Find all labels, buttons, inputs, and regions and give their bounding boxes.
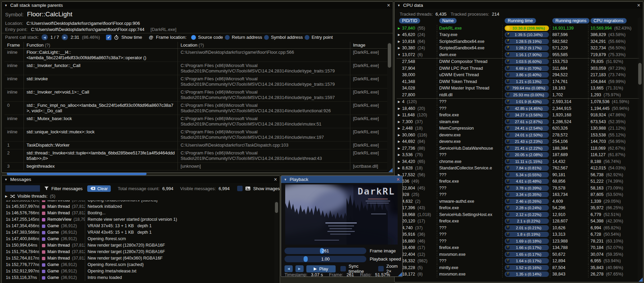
filter-input[interactable]: [5, 185, 40, 192]
expand-icon[interactable]: ▶: [397, 153, 401, 156]
pid-cell[interactable]: 41,348: [397, 78, 437, 85]
next-frame-button[interactable]: ▶: [295, 265, 304, 272]
pid-cell[interactable]: 27,548: [397, 59, 437, 65]
cpu-row[interactable]: ▶ 30,060 (116) devenv.exe 24.01 s (2.50%…: [397, 132, 639, 138]
cpu-row[interactable]: ▶ 45,620 (24) Tracy.exe 1:39.5 (10.34%) …: [397, 32, 639, 38]
col-frame[interactable]: Frame: [4, 42, 24, 48]
function-cell[interactable]: std::_Func_impl_no_alloc<<lambda_5bc224f…: [24, 102, 178, 115]
cpu-row[interactable]: 27,800 ntdll.dll 25.93 ms (0.00%) 1,702 …: [397, 91, 639, 98]
cpu-row[interactable]: 41,348 DWM Token Thread 1.21 s (0.13%) 1…: [397, 78, 639, 85]
expand-icon[interactable]: ▶: [397, 46, 401, 50]
zoom-2x-checkbox[interactable]: [378, 266, 384, 271]
expand-icon[interactable]: ▶: [397, 113, 401, 117]
pid-cell[interactable]: ▶ 7,300 (37): [397, 118, 437, 125]
col-running-time[interactable]: Running time: [505, 18, 536, 23]
pid-cell[interactable]: 34,028: [397, 85, 437, 92]
col-running-regions[interactable]: Running regions: [552, 18, 589, 23]
message-thread[interactable]: Main thread (37,812): [39, 203, 85, 210]
callstack-row[interactable]: inline std::_Invoker_ret<void,1>::_Call …: [4, 88, 387, 102]
play-button[interactable]: ▶ Play: [306, 265, 336, 272]
pid-cell[interactable]: ▶ 8,628 (18): [397, 165, 437, 172]
cpu-row[interactable]: ▶ 4 (120) ??? 1:01.9 (6.43%) 2,593,314 1…: [397, 98, 639, 105]
scrollbar-thumb[interactable]: [638, 63, 642, 85]
expand-icon[interactable]: ▶: [397, 140, 401, 143]
pid-cell[interactable]: ▶ 10,816 (64): [397, 38, 437, 45]
cpu-row[interactable]: ▶ 18,408 (17) firefox.exe 1.66 s (0.17%)…: [397, 245, 639, 251]
expand-icon[interactable]: ▶: [5, 195, 7, 198]
function-cell[interactable]: TaskDispatch::Worker: [24, 142, 178, 149]
frame-location-radio[interactable]: Source code: [191, 35, 223, 40]
cpu-row[interactable]: ▶ 4,740 (37) ??? 2.01 s (0.21%) 10,626 6…: [397, 224, 639, 231]
message-row[interactable]: 1s 153,116,37ns Game (36,912) Intro menu…: [4, 274, 272, 281]
cpu-row[interactable]: ▶ 16,880 (46) ??? 1.69 s (0.18%) 123,988…: [397, 238, 639, 245]
callstack-row[interactable]: 3 beginthreadex [unknown] [ucrtbase.dll]: [4, 163, 387, 170]
callstack-row[interactable]: inline std::_Mutex_base::lock C:\Program…: [4, 115, 387, 128]
cpu-row[interactable]: ▶ 536 (49) firefox.exe 4.61 s (0.48%) 68…: [397, 178, 639, 185]
cpu-row[interactable]: 27,548 DWM Compositor Thread 1:03.5 (6.6…: [397, 58, 639, 65]
frame-location-radio[interactable]: Entry point: [305, 35, 333, 40]
callstack-row[interactable]: inline std::unique_lock<std::mutex>::loc…: [4, 128, 387, 142]
pid-cell[interactable]: ▶ 30,060 (116): [397, 132, 437, 138]
callstack-row[interactable]: 0 std::_Func_impl_no_alloc<<lambda_5bc22…: [4, 102, 387, 115]
message-thread[interactable]: Game (36,912): [39, 262, 85, 268]
collapse-icon[interactable]: ▼: [284, 178, 287, 181]
message-thread[interactable]: Game (36,912): [39, 274, 85, 281]
expand-icon[interactable]: ▶: [397, 33, 401, 36]
message-row[interactable]: 1s 152,776,777ns Game (36,912) Opening /…: [4, 262, 272, 268]
cpu-row[interactable]: ▶ 37,840 (55) DarkRL.exe 33:30.8 (208.96…: [397, 25, 639, 32]
expand-icon[interactable]: ▼: [397, 53, 401, 56]
cpu-row[interactable]: ▶ 20,120 (17) firefox.exe 2.1 s (0.22%) …: [397, 218, 639, 225]
cpu-row[interactable]: ▶ 22,404 (12) msvsmon.exe 1.65 s (0.17%)…: [397, 251, 639, 258]
callstack-row[interactable]: inline std::_Invoker_functor::_Call C:\P…: [4, 62, 387, 75]
cpu-row[interactable]: ▶ 35,916 (36) ??? 1.8 s (0.19%) 13,313 6…: [397, 231, 639, 238]
cpu-row[interactable]: 38,000 uDWM Event Thread 3.86 s (0.40%) …: [397, 72, 639, 79]
scrollbar[interactable]: [274, 200, 278, 283]
cpu-row[interactable]: ▶ 3,536 (75) ??? 20.05 s (2.08%) 187,689…: [397, 152, 639, 159]
cpu-row[interactable]: ▶ 18,460 (20) ??? 42.85 s (4.45%) 2,344,…: [397, 105, 639, 112]
cpu-row[interactable]: ▶ 44,692 (84) devenv.exe 21.43 s (2.23%)…: [397, 138, 639, 145]
expand-icon[interactable]: ▶: [397, 147, 401, 150]
function-cell[interactable]: std::_Mutex_base::lock: [24, 115, 178, 128]
cpu-row[interactable]: ▶ 16,332 (982) ??? 1.64 s (0.17%) 12,894…: [397, 258, 639, 265]
message-row[interactable]: 1s 145,557,997ns Main thread (37,812) Ne…: [4, 203, 272, 210]
callstack-row[interactable]: inline std::invoke C:\Program Files (x86…: [4, 75, 387, 88]
message-thread[interactable]: Main thread (37,812): [39, 242, 85, 249]
cpu-row[interactable]: 37,904 DWM LPC Port Thread 6.69 s (0.70%…: [397, 65, 639, 72]
pid-cell[interactable]: ▶ 34,420 (65): [397, 158, 437, 165]
cpu-row[interactable]: ▶ 30,380 (24) ScriptedSandbox64.exe 1:28…: [397, 45, 639, 52]
col-name[interactable]: Name: [439, 18, 457, 23]
cpu-row[interactable]: ▶ 7,300 (37) steam.exe 27.61 s (2.87%) 1…: [397, 118, 639, 125]
pid-cell[interactable]: ▶ 4 (120): [397, 99, 437, 105]
cpu-row[interactable]: ▶ 27,736 (88) ServiceHub.DataWarehouse 2…: [397, 145, 639, 152]
message-row[interactable]: 1s 146,576,766ns Main thread (37,812) Bo…: [4, 210, 272, 216]
cpu-row[interactable]: ▶ 17,532 (56) ??? 5.34 s (0.55%) 90,181 …: [397, 171, 639, 178]
expand-icon[interactable]: ▶: [397, 120, 401, 123]
message-row[interactable]: 1s 147,400,846ns Game (36,912) Opening /…: [4, 236, 272, 242]
message-row[interactable]: 1s 147,354,456ns Game (36,912) VRAM 37x4…: [4, 223, 272, 229]
collapse-icon[interactable]: ▼: [4, 178, 7, 181]
pid-cell[interactable]: 27,800: [397, 91, 437, 98]
message-row[interactable]: 1s 152,764,817ns Main thread (37,812) Ne…: [4, 255, 272, 262]
message-row[interactable]: 1s 147,383,566ns Game (36,912) VRAM 43x4…: [4, 229, 272, 236]
collapse-icon[interactable]: ▼: [4, 4, 7, 7]
pid-cell[interactable]: ▶ 44,692 (84): [397, 138, 437, 145]
cpu-row[interactable]: ▶ 928 (25) ??? 3.34 s (0.35%) 163,734 87…: [397, 192, 639, 198]
resize-grip[interactable]: [639, 278, 643, 282]
function-cell[interactable]: std::unique_lock<std::mutex>::lock: [24, 128, 178, 142]
cpu-row[interactable]: ▶ 8,628 (18) StandardCollector.Service.e…: [397, 165, 639, 172]
expand-icon[interactable]: ▶: [397, 40, 401, 43]
message-row[interactable]: 1s 151,754,784ns Main thread (37,812) Ne…: [4, 249, 272, 255]
radio-icon[interactable]: [305, 35, 309, 40]
cpu-row[interactable]: ▶ 11,648 (120) firefox.exe 34.27 s (3.56…: [397, 112, 639, 119]
cpu-row[interactable]: ▶ 18,172 (8) msvsmon.exe 1.35 s (0.14%) …: [397, 271, 639, 278]
prev-parent-button[interactable]: ◀: [42, 34, 48, 40]
message-thread[interactable]: Game (36,912): [39, 223, 85, 229]
message-thread[interactable]: RemoteView (18,796): [39, 216, 85, 223]
cpu-row[interactable]: ▶ 28,228 (5) mintty.exe 1.52 s (0.16%) 8…: [397, 264, 639, 271]
message-thread[interactable]: Main thread (37,812): [39, 200, 85, 203]
cpu-row[interactable]: ▶ 4,632 (2) vmware-authd.exe 2.46 s (0.2…: [397, 198, 639, 205]
close-icon[interactable]: ×: [387, 3, 390, 8]
col-pid-tid[interactable]: PID/TID: [399, 18, 420, 23]
playback-titlebar[interactable]: ▼ Playback ×: [281, 176, 402, 183]
pid-cell[interactable]: ▶ 18,460 (20): [397, 105, 437, 112]
